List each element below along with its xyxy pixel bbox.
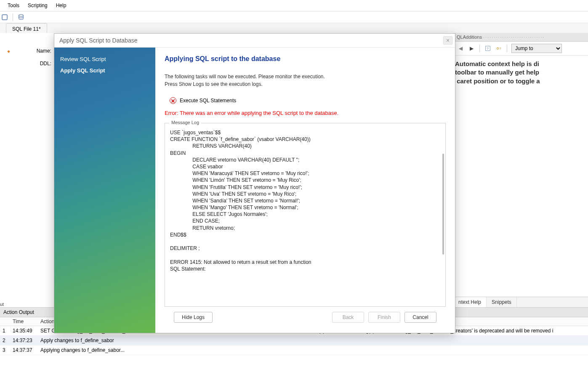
- cancel-button[interactable]: Cancel: [404, 312, 436, 323]
- label-name: Name:: [21, 48, 51, 54]
- help-icon[interactable]: ?: [484, 45, 492, 52]
- nav-fwd-icon[interactable]: ▶: [468, 45, 475, 52]
- wrench-icon: [0, 49, 11, 60]
- tab-snippets[interactable]: Snippets: [487, 297, 517, 307]
- dialog-heading: Applying SQL script to the database: [165, 55, 446, 63]
- db-icon[interactable]: [16, 13, 26, 22]
- message-log-box: Message Log USE `jugos_ventas`$$ CREATE …: [165, 123, 446, 307]
- right-panel-title: QLAdditions ····························…: [453, 33, 588, 42]
- toolbar: [0, 11, 588, 23]
- dialog-footer: Hide Logs Back Finish Cancel: [165, 307, 446, 329]
- dialog-title: Apply SQL Script to Database ×: [54, 34, 455, 48]
- menubar: Tools Scripting Help: [0, 0, 588, 11]
- back-button: Back: [332, 312, 364, 323]
- label-ddl: DDL:: [21, 61, 51, 66]
- scrollbar-thumb[interactable]: [442, 154, 444, 255]
- col-time: Time: [10, 317, 38, 326]
- toolbar-icon-1[interactable]: [0, 13, 9, 22]
- hide-logs-button[interactable]: Hide Logs: [174, 312, 213, 323]
- right-panel-toolbar: ◀ ▶ ? ⚙? Jump to: [453, 42, 588, 56]
- error-message: Error: There was an error while applying…: [165, 110, 446, 116]
- menu-scripting[interactable]: Scripting: [28, 3, 48, 8]
- finish-button: Finish: [368, 312, 400, 323]
- message-log-label: Message Log: [169, 120, 201, 125]
- dialog-sidebar: Review SQL Script Apply SQL Script: [54, 48, 155, 333]
- menu-help[interactable]: Help: [56, 3, 67, 8]
- message-log-content[interactable]: USE `jugos_ventas`$$ CREATE FUNCTION `f_…: [165, 123, 445, 306]
- tab-context-help[interactable]: ntext Help: [453, 297, 487, 307]
- table-row[interactable]: 3 14:37:37 Applying changes to f_define_…: [0, 345, 588, 355]
- svg-rect-0: [2, 15, 7, 20]
- svg-text:⚙?: ⚙?: [496, 47, 501, 50]
- error-icon: [170, 97, 176, 104]
- right-panel: QLAdditions ····························…: [453, 33, 588, 307]
- nav-back-icon[interactable]: ◀: [457, 45, 464, 52]
- menu-tools[interactable]: Tools: [8, 3, 19, 8]
- jump-to-select[interactable]: Jump to: [511, 44, 562, 53]
- table-row[interactable]: 2 14:37:23 Apply changes to f_define_sab…: [0, 336, 588, 345]
- execute-statements-label: Execute SQL Statements: [180, 98, 236, 104]
- partial-text-ut: ut: [0, 302, 4, 307]
- close-icon[interactable]: ×: [443, 36, 452, 45]
- col-idx: [0, 317, 10, 326]
- dialog-description: The following tasks will now be executed…: [165, 73, 446, 88]
- step-apply[interactable]: Apply SQL Script: [60, 65, 149, 76]
- step-review[interactable]: Review SQL Script: [60, 53, 149, 65]
- apply-sql-dialog: Apply SQL Script to Database × Review SQ…: [54, 33, 455, 333]
- execute-statements-row: Execute SQL Statements: [170, 97, 446, 104]
- svg-text:?: ?: [487, 47, 489, 50]
- dialog-main: Applying SQL script to the database The …: [155, 48, 455, 333]
- auto-help-icon[interactable]: ⚙?: [495, 45, 503, 52]
- svg-point-1: [19, 14, 24, 16]
- right-panel-tabs: ntext Help Snippets: [453, 297, 588, 307]
- context-help-text: Automatic context help is di toolbar to …: [453, 56, 588, 90]
